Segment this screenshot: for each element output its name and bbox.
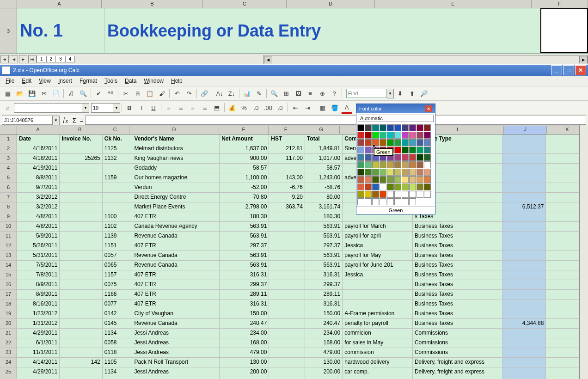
row-head[interactable]: 26 xyxy=(0,377,17,379)
cell[interactable]: King Vaughan news xyxy=(132,154,220,163)
cell[interactable]: 200.00 xyxy=(220,367,269,377)
cell[interactable]: 1134 xyxy=(103,367,133,377)
cell[interactable]: 1,100.00 xyxy=(220,173,269,183)
cell[interactable] xyxy=(103,164,133,173)
cell[interactable]: payroll for June 201 xyxy=(343,261,413,270)
cell[interactable] xyxy=(502,377,546,379)
color-swatch[interactable] xyxy=(394,161,401,168)
color-swatch[interactable] xyxy=(357,132,364,139)
cell[interactable] xyxy=(60,338,102,348)
cell[interactable]: 5/9/2011 xyxy=(17,232,60,241)
chart-icon[interactable]: 📊 xyxy=(241,88,252,99)
cell[interactable]: 316.31 xyxy=(305,300,343,309)
cell[interactable] xyxy=(103,193,133,202)
cell[interactable]: 212.81 xyxy=(269,144,305,153)
color-swatch[interactable] xyxy=(365,183,372,190)
navigator-icon[interactable]: ⊞ xyxy=(281,88,292,99)
color-swatch[interactable] xyxy=(365,132,372,139)
cell[interactable]: 80.00 xyxy=(305,193,343,202)
cell[interactable]: 563.91 xyxy=(305,261,343,270)
cell[interactable]: A-Frame permission xyxy=(343,309,413,318)
find-all-icon[interactable]: 🔎 xyxy=(418,88,429,99)
cell[interactable] xyxy=(103,202,133,212)
color-swatch[interactable] xyxy=(365,124,372,131)
menu-window[interactable]: Window xyxy=(140,77,167,85)
cell[interactable]: 297.37 xyxy=(305,241,343,251)
header-cell[interactable]: Total xyxy=(305,134,343,144)
color-swatch[interactable] xyxy=(394,191,401,198)
cell[interactable]: 407 ETR xyxy=(132,241,220,251)
cell[interactable] xyxy=(502,300,546,309)
color-swatch[interactable] xyxy=(409,154,416,161)
color-swatch[interactable] xyxy=(394,169,401,176)
row-head[interactable]: 3 xyxy=(0,154,17,163)
add-decimal-icon[interactable]: .00 xyxy=(263,102,274,113)
cell[interactable] xyxy=(60,241,102,251)
menu-help[interactable]: Help xyxy=(167,77,186,85)
cell[interactable]: 143.00 xyxy=(269,173,305,183)
cell[interactable]: 1125 xyxy=(103,144,133,153)
cell[interactable]: payroll for March xyxy=(343,222,413,231)
cell[interactable] xyxy=(343,300,413,309)
color-swatch[interactable] xyxy=(409,169,416,176)
cell[interactable]: Revenue Canada xyxy=(132,232,220,241)
cell[interactable]: Jessica xyxy=(343,241,413,251)
cell[interactable] xyxy=(60,232,102,241)
color-swatch[interactable] xyxy=(416,161,423,168)
top-row-head[interactable]: 3 xyxy=(0,8,17,53)
datasource-icon[interactable]: ≡ xyxy=(305,88,316,99)
color-swatch[interactable] xyxy=(402,161,409,168)
cell[interactable]: Pack N Roll Transport xyxy=(132,358,220,367)
color-swatch[interactable] xyxy=(365,198,372,205)
col-head-c[interactable]: C xyxy=(101,126,129,134)
color-swatch[interactable] xyxy=(409,132,416,139)
cell[interactable]: 1,637.00 xyxy=(220,144,269,153)
color-swatch[interactable] xyxy=(380,139,386,146)
color-swatch[interactable] xyxy=(424,183,431,190)
color-swatch[interactable] xyxy=(409,124,416,131)
col-head-d[interactable]: D xyxy=(129,126,220,134)
cell[interactable] xyxy=(103,183,133,192)
cell[interactable]: Business Taxes xyxy=(413,251,502,260)
cell[interactable]: 1/23/2012 xyxy=(17,309,60,318)
cell[interactable] xyxy=(269,261,305,270)
popup-titlebar[interactable]: Font color ✕ xyxy=(356,104,435,113)
cell[interactable]: 563.91 xyxy=(220,251,269,260)
cell[interactable] xyxy=(269,270,305,280)
row-head[interactable]: 13 xyxy=(0,251,17,260)
cell[interactable]: payroll for april xyxy=(343,232,413,241)
row-head[interactable]: 16 xyxy=(0,280,17,289)
cell[interactable] xyxy=(60,367,102,377)
cell[interactable]: Jessi Andreas xyxy=(132,367,220,377)
row-head[interactable]: 5 xyxy=(0,173,17,183)
new-icon[interactable]: ▤ xyxy=(2,88,13,99)
row-head[interactable]: 12 xyxy=(0,241,17,251)
cell[interactable]: 2,798.00 xyxy=(220,202,269,212)
top-hscrollbar[interactable]: ◀ ▶ xyxy=(263,55,588,64)
color-swatch[interactable] xyxy=(402,198,409,205)
size-drop-icon[interactable]: ▼ xyxy=(113,103,120,113)
cell[interactable] xyxy=(269,241,305,251)
borders-icon[interactable]: ▦ xyxy=(317,102,328,113)
tab-last-icon[interactable]: ⏭ xyxy=(28,55,37,63)
cell[interactable] xyxy=(502,144,546,153)
cell[interactable] xyxy=(269,358,305,367)
cell[interactable]: Revenue Canada xyxy=(132,319,220,328)
cell[interactable]: 5/26/2011 xyxy=(17,241,60,251)
color-swatch[interactable] xyxy=(372,161,379,168)
scroll-left-icon[interactable]: ◀ xyxy=(264,56,272,63)
row-head[interactable]: 7 xyxy=(0,193,17,202)
cell[interactable] xyxy=(502,222,546,231)
row-head[interactable]: 9 xyxy=(0,212,17,221)
cell[interactable]: 58.57 xyxy=(220,164,269,173)
cell[interactable]: 1159 xyxy=(103,173,133,183)
cell[interactable]: 4/8/2011 xyxy=(17,212,60,221)
menu-format[interactable]: Format xyxy=(76,77,101,85)
cell[interactable]: 58.57 xyxy=(305,164,343,173)
header-cell[interactable]: Ck No. xyxy=(103,134,133,144)
color-swatch[interactable] xyxy=(365,147,372,153)
cell[interactable]: 70.80 xyxy=(220,193,269,202)
color-swatch[interactable] xyxy=(387,176,394,183)
cell[interactable]: Verdun xyxy=(132,183,220,192)
scroll-right-icon[interactable]: ▶ xyxy=(579,56,588,63)
